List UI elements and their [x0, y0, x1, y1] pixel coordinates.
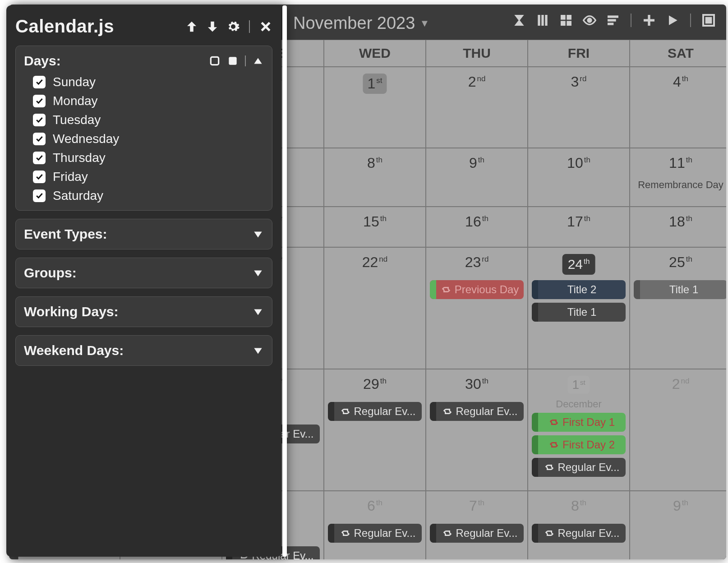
- day-number: 9th: [469, 155, 484, 171]
- section-event-types[interactable]: Event Types:: [15, 219, 272, 249]
- checkbox-row[interactable]: Saturday: [33, 189, 264, 203]
- chevron-down-icon: ▼: [419, 18, 429, 29]
- checkbox[interactable]: [33, 76, 46, 88]
- section-days-title: Days:: [24, 53, 61, 69]
- checkbox[interactable]: [33, 171, 46, 183]
- checkbox-row[interactable]: Tuesday: [33, 113, 264, 127]
- calendar-cell[interactable]: 10th: [528, 148, 630, 207]
- event[interactable]: Regular Ev...: [328, 524, 422, 543]
- calendar-cell[interactable]: 9th: [426, 148, 528, 207]
- day-number: 1st: [567, 376, 590, 394]
- svg-rect-16: [229, 57, 236, 65]
- panel-title: Calendar.js: [15, 16, 114, 37]
- list-icon[interactable]: [605, 13, 621, 28]
- checkbox[interactable]: [33, 95, 46, 107]
- day-number: 29th: [363, 376, 387, 392]
- month-title[interactable]: November 2023 ▼: [293, 14, 429, 33]
- calendar-cell[interactable]: 1stDecemberFirst Day 1First Day 2Regular…: [528, 369, 630, 491]
- day-number: 1st: [363, 74, 387, 94]
- gear-icon[interactable]: [226, 20, 240, 33]
- checkbox-row[interactable]: Thursday: [33, 151, 264, 165]
- event[interactable]: Title 2: [532, 280, 626, 299]
- event[interactable]: Title 1: [532, 303, 626, 322]
- checkbox[interactable]: [33, 189, 46, 202]
- svg-rect-4: [567, 15, 571, 20]
- separator: [249, 20, 250, 33]
- calendar-cell[interactable]: 11thRemembrance Day: [630, 148, 726, 207]
- calendar-cell[interactable]: 6thRegular Ev...: [324, 491, 426, 559]
- checkbox-row[interactable]: Monday: [33, 94, 264, 108]
- calendar-cell[interactable]: 29thRegular Ev...: [324, 369, 426, 491]
- select-none-icon[interactable]: [209, 55, 221, 67]
- play-icon[interactable]: [665, 13, 680, 28]
- checkbox[interactable]: [33, 152, 46, 164]
- arrow-up-icon[interactable]: [185, 20, 198, 33]
- events: Regular Ev...: [328, 402, 422, 421]
- days-list: SundayMondayTuesdayWednesdayThursdayFrid…: [24, 75, 264, 203]
- event[interactable]: Regular Ev...: [430, 524, 524, 543]
- calendar-cell[interactable]: 15th: [324, 207, 426, 247]
- checkbox-row[interactable]: Sunday: [33, 75, 264, 89]
- section-groups[interactable]: Groups:: [15, 258, 272, 288]
- expand-down-icon[interactable]: [252, 345, 264, 356]
- calendar-cell[interactable]: 18th: [630, 207, 726, 247]
- calendar-cell[interactable]: 24thTitle 2Title 1: [528, 247, 630, 369]
- day-number: 18th: [669, 213, 692, 230]
- calendar-cell[interactable]: 30thRegular Ev...: [426, 369, 528, 491]
- calendar-cell[interactable]: 9th: [630, 491, 726, 559]
- checkbox-label: Thursday: [53, 151, 106, 165]
- checkbox-row[interactable]: Wednesday: [33, 132, 264, 146]
- calendar-cell[interactable]: 1st: [324, 67, 426, 148]
- event[interactable]: Previous Day: [430, 280, 524, 299]
- calendar-cell[interactable]: 16th: [426, 207, 528, 247]
- checkbox-row[interactable]: Friday: [33, 170, 264, 184]
- calendar-cell[interactable]: 23rdPrevious Day: [426, 247, 528, 369]
- toolbar: [511, 13, 716, 28]
- event[interactable]: Regular Ev...: [532, 458, 626, 477]
- calendar-cell[interactable]: 8thRegular Ev...: [528, 491, 630, 559]
- day-number: 15th: [363, 213, 387, 230]
- plus-icon[interactable]: [641, 13, 657, 28]
- collapse-up-icon[interactable]: [252, 55, 264, 67]
- calendar-cell[interactable]: 7thRegular Ev...: [426, 491, 528, 559]
- section-weekend-days[interactable]: Weekend Days:: [15, 335, 272, 366]
- expand-down-icon[interactable]: [252, 306, 264, 318]
- calendar-cell[interactable]: 8th: [324, 148, 426, 207]
- event[interactable]: Title 1: [634, 280, 726, 299]
- checkbox[interactable]: [33, 114, 46, 126]
- event[interactable]: Regular Ev...: [430, 402, 524, 421]
- calendar-cell[interactable]: 25thTitle 1: [630, 247, 726, 369]
- fullscreen-icon[interactable]: [701, 13, 716, 28]
- day-number: 10th: [567, 155, 590, 171]
- events: Title 2Title 1: [532, 280, 626, 322]
- calendar-cell[interactable]: 17th: [528, 207, 630, 247]
- svg-rect-3: [561, 15, 566, 20]
- event[interactable]: First Day 2: [532, 435, 626, 454]
- event[interactable]: Regular Ev...: [532, 524, 626, 543]
- panel-resize-handle[interactable]: [282, 5, 287, 557]
- select-all-icon[interactable]: [227, 55, 239, 67]
- svg-rect-10: [608, 23, 613, 25]
- columns-icon[interactable]: [535, 13, 550, 28]
- calendar-cell[interactable]: 2nd: [630, 369, 726, 491]
- close-icon[interactable]: [259, 20, 272, 33]
- calendar-cell[interactable]: 2nd: [426, 67, 528, 148]
- hourglass-icon[interactable]: [511, 13, 527, 28]
- expand-down-icon[interactable]: [252, 228, 264, 240]
- svg-rect-2: [545, 15, 547, 26]
- event[interactable]: Regular Ev...: [328, 402, 422, 421]
- arrow-down-icon[interactable]: [206, 20, 219, 33]
- eye-icon[interactable]: [582, 13, 597, 28]
- checkbox-label: Friday: [53, 170, 88, 184]
- checkbox[interactable]: [33, 133, 46, 145]
- calendar-cell[interactable]: 3rd: [528, 67, 630, 148]
- calendar-cell[interactable]: 4th: [630, 67, 726, 148]
- calendar-cell[interactable]: 22nd: [324, 247, 426, 369]
- section-working-days-title: Working Days:: [24, 304, 119, 319]
- day-number: 17th: [567, 213, 590, 230]
- event[interactable]: First Day 1: [532, 413, 626, 432]
- grid-icon[interactable]: [558, 13, 574, 28]
- section-event-types-title: Event Types:: [24, 226, 107, 242]
- expand-down-icon[interactable]: [252, 267, 264, 279]
- section-working-days[interactable]: Working Days:: [15, 296, 272, 327]
